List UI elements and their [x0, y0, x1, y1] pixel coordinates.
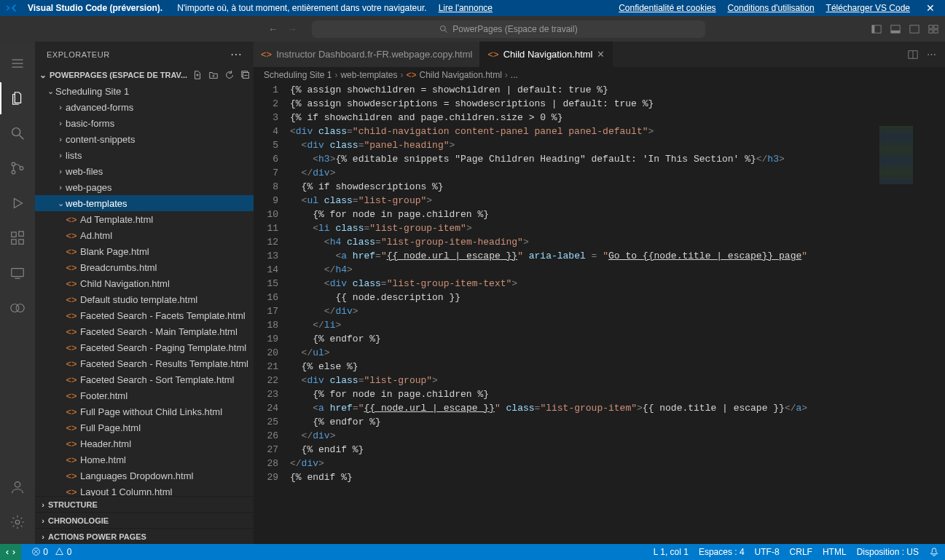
svg-rect-19 [19, 232, 23, 236]
tree-file[interactable]: <>Child Navigation.html [35, 275, 254, 291]
svg-rect-18 [19, 240, 23, 244]
svg-point-0 [441, 25, 446, 31]
chevron-right-icon: › [334, 70, 337, 80]
activity-extensions-icon[interactable] [0, 222, 35, 254]
collapse-all-icon[interactable] [240, 70, 251, 80]
status-spaces[interactable]: Espaces : 4 [699, 547, 745, 557]
html-file-icon: <> [66, 278, 77, 289]
tree-file[interactable]: <>Default studio template.html [35, 291, 254, 307]
svg-line-1 [445, 30, 447, 32]
banner-link-privacy[interactable]: Confidentialité et cookies [619, 3, 715, 13]
tree-folder[interactable]: ›content-snippets [35, 131, 254, 147]
layout-sidebar-right-icon[interactable] [909, 23, 920, 35]
tree-folder[interactable]: ›web-pages [35, 179, 254, 195]
html-file-icon: <> [66, 230, 77, 241]
html-file-icon: <> [261, 49, 272, 60]
sidebar-section[interactable]: ›CHRONOLOGIE [35, 512, 254, 528]
banner-close-icon[interactable]: ✕ [922, 2, 939, 14]
command-center[interactable]: PowerPages (Espace de travail) [312, 20, 705, 38]
activity-explorer-icon[interactable] [0, 82, 35, 114]
status-cursor[interactable]: L 1, col 1 [654, 547, 689, 557]
breadcrumb-item[interactable]: ... [511, 70, 518, 80]
status-notifications-icon[interactable] [929, 547, 939, 557]
banner-link-announce[interactable]: Lire l'annonce [439, 3, 493, 13]
banner-text: N'importe où, à tout moment, entièrement… [177, 3, 426, 13]
tree-file[interactable]: <>Breadcrumbs.html [35, 259, 254, 275]
tree-folder[interactable]: ›lists [35, 147, 254, 163]
tree-folder[interactable]: ›advanced-forms [35, 99, 254, 115]
status-problems[interactable]: 0 0 [31, 547, 71, 557]
html-file-icon: <> [66, 262, 77, 273]
explorer-more-icon[interactable]: ⋯ [230, 47, 243, 61]
code-area[interactable]: 1234567891011121314151617181920212223242… [254, 83, 945, 544]
tree-file[interactable]: <>Faceted Search - Facets Template.html [35, 307, 254, 323]
editor-tab[interactable]: <> Instructor Dashboard.fr-FR.webpage.co… [254, 42, 480, 67]
code-content[interactable]: {% assign showchildren = showchildren | … [290, 83, 945, 544]
svg-line-12 [20, 135, 24, 140]
editor-tab[interactable]: <> Child Navigation.html ✕ [480, 42, 613, 67]
status-encoding[interactable]: UTF-8 [755, 547, 780, 557]
tree-folder-root[interactable]: ⌄Scheduling Site 1 [35, 83, 254, 99]
svg-point-23 [15, 482, 20, 487]
activity-search-icon[interactable] [0, 117, 35, 149]
tree-file[interactable]: <>Ad.html [35, 227, 254, 243]
svg-point-14 [12, 170, 15, 174]
html-file-icon: <> [66, 422, 77, 433]
tree-file[interactable]: <>Full Page without Child Links.html [35, 403, 254, 419]
activity-debug-icon[interactable] [0, 187, 35, 219]
tree-folder[interactable]: ›web-files [35, 163, 254, 179]
svg-rect-6 [910, 25, 919, 33]
breadcrumb-item[interactable]: web-templates [340, 70, 397, 80]
remote-indicator[interactable] [0, 544, 21, 560]
breadcrumb[interactable]: Scheduling Site 1 › web-templates › <> C… [254, 67, 945, 83]
tree-file[interactable]: <>Home.html [35, 451, 254, 468]
svg-rect-3 [872, 25, 875, 33]
activity-source-control-icon[interactable] [0, 152, 35, 184]
tree-file[interactable]: <>Footer.html [35, 387, 254, 403]
activity-account-icon[interactable] [0, 471, 35, 503]
status-eol[interactable]: CRLF [790, 547, 812, 557]
svg-rect-5 [891, 30, 900, 33]
status-layout[interactable]: Disposition : US [857, 547, 919, 557]
refresh-icon[interactable] [224, 70, 235, 80]
tree-file[interactable]: <>Languages Dropdown.html [35, 468, 254, 484]
tree-file[interactable]: <>Ad Template.html [35, 211, 254, 227]
split-editor-icon[interactable] [908, 50, 918, 60]
status-language[interactable]: HTML [823, 547, 847, 557]
activity-settings-icon[interactable] [0, 506, 35, 538]
tree-file[interactable]: <>Faceted Search - Main Template.html [35, 323, 254, 339]
breadcrumb-item[interactable]: Child Navigation.html [419, 70, 501, 80]
activity-remote-icon[interactable] [0, 257, 35, 289]
workspace-header[interactable]: ⌄ POWERPAGES (ESPACE DE TRAV... [35, 67, 254, 83]
new-folder-icon[interactable] [208, 70, 219, 80]
layout-customize-icon[interactable] [928, 23, 939, 35]
tree-folder[interactable]: ›basic-forms [35, 115, 254, 131]
banner-link-terms[interactable]: Conditions d'utilisation [728, 3, 815, 13]
tree-file[interactable]: <>Full Page.html [35, 419, 254, 435]
layout-sidebar-left-icon[interactable] [871, 23, 882, 35]
tree-file[interactable]: <>Blank Page.html [35, 243, 254, 259]
breadcrumb-item[interactable]: Scheduling Site 1 [264, 70, 332, 80]
svg-rect-17 [12, 240, 16, 244]
tree-file[interactable]: <>Faceted Search - Sort Template.html [35, 371, 254, 387]
tree-file[interactable]: <>Header.html [35, 435, 254, 451]
sidebar-section[interactable]: ›STRUCTURE [35, 496, 254, 512]
tree-folder-web-templates[interactable]: ⌄web-templates [35, 195, 254, 211]
activity-powerpages-icon[interactable] [0, 292, 35, 324]
activity-menu-icon[interactable] [0, 47, 35, 79]
tree-file[interactable]: <>Layout 1 Column.html [35, 484, 254, 496]
explorer-title: EXPLORATEUR [47, 50, 110, 59]
new-file-icon[interactable] [192, 70, 203, 80]
nav-back-icon[interactable]: ← [268, 23, 278, 35]
chevron-right-icon: › [505, 70, 508, 80]
tree-file[interactable]: <>Faceted Search - Paging Template.html [35, 339, 254, 355]
svg-point-22 [16, 304, 24, 312]
vscode-icon [6, 3, 16, 13]
sidebar-section[interactable]: ›ACTIONS POWER PAGES [35, 528, 254, 544]
tab-close-icon[interactable]: ✕ [597, 49, 605, 60]
nav-forward-icon[interactable]: → [287, 23, 297, 35]
layout-panel-icon[interactable] [890, 23, 901, 35]
editor-more-icon[interactable]: ⋯ [927, 49, 936, 60]
banner-link-download[interactable]: Télécharger VS Code [826, 3, 910, 13]
tree-file[interactable]: <>Faceted Search - Results Template.html [35, 355, 254, 371]
